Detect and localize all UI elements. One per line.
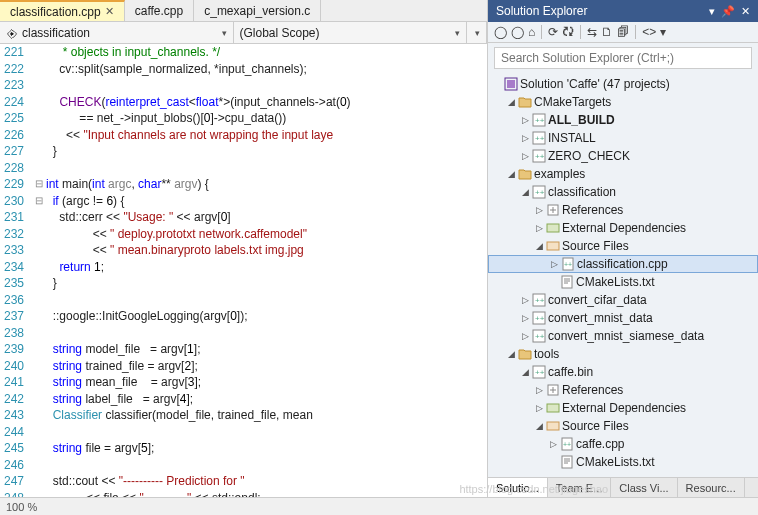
src-icon: [546, 419, 560, 433]
fold-gutter[interactable]: ⊟⊟: [32, 44, 46, 497]
expand-icon[interactable]: ▷: [548, 439, 558, 449]
tab-label: classification.cpp: [10, 5, 101, 19]
close-icon[interactable]: ✕: [105, 5, 114, 18]
collapse-icon[interactable]: ⇆: [587, 25, 597, 39]
expand-icon[interactable]: ◢: [506, 169, 516, 179]
tree-label: tools: [534, 347, 559, 361]
tree-node[interactable]: ◢CMakeTargets: [488, 93, 758, 111]
code-content[interactable]: * objects in input_channels. */ cv::spli…: [46, 44, 361, 497]
proj-icon: ++: [532, 329, 546, 343]
expand-icon[interactable]: ▷: [534, 403, 544, 413]
dropdown-icon[interactable]: ▾: [709, 5, 715, 18]
tree-node[interactable]: ▷External Dependencies: [488, 219, 758, 237]
explorer-titlebar[interactable]: Solution Explorer ▾ 📌 ✕: [488, 0, 758, 22]
show-all-icon[interactable]: 🗋: [601, 25, 613, 39]
forward-icon[interactable]: ◯: [511, 25, 524, 39]
editor-tab[interactable]: c_mexapi_version.c: [194, 0, 321, 21]
back-icon[interactable]: ◯: [494, 25, 507, 39]
expand-icon[interactable]: ▷: [520, 295, 530, 305]
refresh-icon[interactable]: 🗘: [562, 25, 574, 39]
svg-text:++: ++: [535, 296, 545, 305]
expand-icon[interactable]: ◢: [534, 241, 544, 251]
tree-node[interactable]: ▷References: [488, 201, 758, 219]
svg-rect-25: [547, 404, 559, 412]
code-editor[interactable]: 2212222232242252262272282292302312322332…: [0, 44, 487, 497]
tree-label: External Dependencies: [562, 401, 686, 415]
solution-label: Solution 'Caffe' (47 projects): [520, 77, 670, 91]
tree-label: Source Files: [562, 239, 629, 253]
tree-node[interactable]: ▷++ALL_BUILD: [488, 111, 758, 129]
svg-rect-26: [547, 422, 559, 430]
pin-icon[interactable]: 📌: [721, 5, 735, 18]
tree-label: classification.cpp: [577, 257, 668, 271]
expand-icon[interactable]: ◢: [506, 349, 516, 359]
tree-node[interactable]: ◢tools: [488, 345, 758, 363]
home-icon[interactable]: ⌂: [528, 25, 535, 39]
tree-label: CMakeLists.txt: [576, 455, 655, 469]
editor-tab[interactable]: caffe.cpp: [125, 0, 194, 21]
sync-icon[interactable]: ⟳: [548, 25, 558, 39]
class-icon: 🞚: [6, 27, 18, 39]
solution-node[interactable]: Solution 'Caffe' (47 projects): [488, 75, 758, 93]
tree-node[interactable]: ▷++caffe.cpp: [488, 435, 758, 453]
editor-tab[interactable]: classification.cpp✕: [0, 0, 125, 21]
tree-node[interactable]: ▷++convert_cifar_data: [488, 291, 758, 309]
expand-icon[interactable]: ▷: [534, 223, 544, 233]
tree-label: ALL_BUILD: [548, 113, 615, 127]
expand-icon[interactable]: ▷: [534, 205, 544, 215]
tree-label: CMakeTargets: [534, 95, 611, 109]
expand-icon[interactable]: ▷: [520, 151, 530, 161]
view-code-icon[interactable]: <>: [642, 25, 656, 39]
close-icon[interactable]: ✕: [741, 5, 750, 18]
zoom-level[interactable]: 100 %: [6, 501, 37, 513]
tab-label: caffe.cpp: [135, 4, 183, 18]
expand-icon[interactable]: ▷: [520, 133, 530, 143]
tree-node[interactable]: ◢++caffe.bin: [488, 363, 758, 381]
folder-icon: [518, 347, 532, 361]
properties-icon[interactable]: 🗐: [617, 25, 629, 39]
tree-node[interactable]: ▷++convert_mnist_data: [488, 309, 758, 327]
tree-node[interactable]: ▷++convert_mnist_siamese_data: [488, 327, 758, 345]
svg-text:++: ++: [563, 441, 571, 448]
explorer-bottom-tab[interactable]: Resourc...: [678, 478, 745, 497]
tree-node[interactable]: ▷References: [488, 381, 758, 399]
tree-node[interactable]: CMakeLists.txt: [488, 453, 758, 471]
proj-icon: ++: [532, 113, 546, 127]
expand-icon[interactable]: ◢: [520, 187, 530, 197]
tree-node[interactable]: ◢Source Files: [488, 237, 758, 255]
more-icon[interactable]: ▾: [660, 25, 666, 39]
ref-icon: [546, 203, 560, 217]
tree-label: References: [562, 383, 623, 397]
tree-node[interactable]: ▷++INSTALL: [488, 129, 758, 147]
tree-node[interactable]: ▷++ZERO_CHECK: [488, 147, 758, 165]
tree-node[interactable]: ◢++classification: [488, 183, 758, 201]
expand-icon[interactable]: ◢: [520, 367, 530, 377]
tree-node[interactable]: ◢examples: [488, 165, 758, 183]
nav-class-dropdown[interactable]: 🞚 classification ▾: [0, 22, 234, 43]
expand-icon[interactable]: ▷: [549, 259, 559, 269]
expand-icon[interactable]: ◢: [534, 421, 544, 431]
tree-label: ZERO_CHECK: [548, 149, 630, 163]
svg-text:++: ++: [535, 152, 545, 161]
expand-icon[interactable]: ▷: [520, 115, 530, 125]
expand-icon[interactable]: ◢: [506, 97, 516, 107]
explorer-bottom-tabs: Solutio...Team E...Class Vi...Resourc...: [488, 477, 758, 497]
expand-icon[interactable]: ▷: [520, 313, 530, 323]
nav-scope-dropdown[interactable]: (Global Scope) ▾: [234, 22, 468, 43]
nav-extra-dropdown[interactable]: ▾: [467, 22, 487, 43]
expand-icon[interactable]: ▷: [534, 385, 544, 395]
tree-node[interactable]: CMakeLists.txt: [488, 273, 758, 291]
search-input[interactable]: [494, 47, 752, 69]
proj-icon: ++: [532, 131, 546, 145]
nav-left-label: classification: [22, 26, 90, 40]
explorer-bottom-tab[interactable]: Class Vi...: [611, 478, 677, 497]
tree-node[interactable]: ◢Source Files: [488, 417, 758, 435]
tree-node[interactable]: ▷++classification.cpp: [488, 255, 758, 273]
tree-node[interactable]: ▷External Dependencies: [488, 399, 758, 417]
solution-tree[interactable]: Solution 'Caffe' (47 projects) ◢CMakeTar…: [488, 73, 758, 477]
svg-text:++: ++: [535, 116, 545, 125]
chevron-down-icon: ▾: [455, 28, 460, 38]
explorer-bottom-tab[interactable]: Team E...: [548, 478, 611, 497]
expand-icon[interactable]: ▷: [520, 331, 530, 341]
explorer-bottom-tab[interactable]: Solutio...: [488, 478, 548, 497]
